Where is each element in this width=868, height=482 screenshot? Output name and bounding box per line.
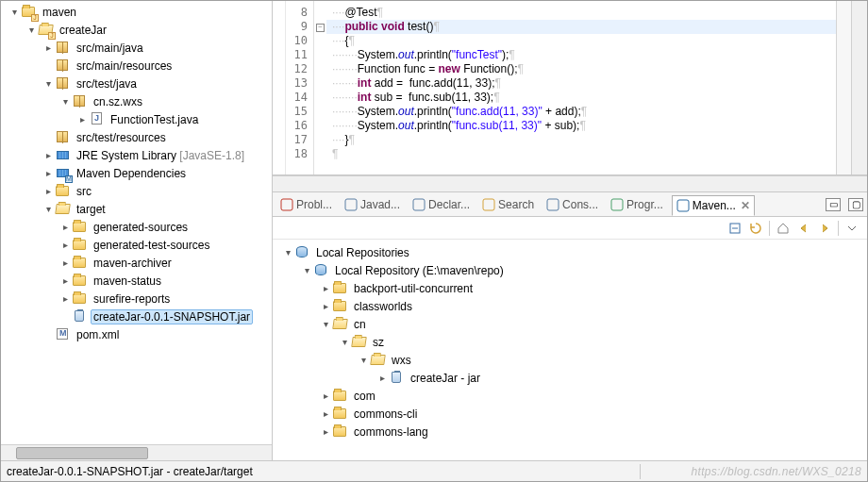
tree-item[interactable]: src/main/resources bbox=[1, 57, 272, 75]
code-area[interactable]: ····@Test¶····public void test()¶····{¶·… bbox=[326, 1, 836, 175]
forward-button[interactable] bbox=[817, 221, 832, 236]
refresh-button[interactable] bbox=[748, 221, 763, 236]
folder-icon bbox=[333, 281, 348, 296]
maximize-button[interactable]: ▢ bbox=[848, 198, 863, 211]
expand-twisty[interactable]: ▾ bbox=[299, 265, 314, 275]
tree-item[interactable]: src/test/resources bbox=[1, 128, 272, 146]
tab-progr[interactable]: Progr... bbox=[607, 194, 667, 215]
tree-item[interactable]: ▾JcreateJar bbox=[1, 21, 272, 39]
tab-cons[interactable]: Cons... bbox=[542, 194, 602, 215]
code-editor[interactable]: 89101112131415161718 − ····@Test¶····pub… bbox=[273, 1, 867, 175]
tree-item[interactable]: ▸MMaven Dependencies bbox=[1, 164, 272, 182]
folder-open-icon bbox=[352, 335, 367, 350]
expand-twisty[interactable]: ▸ bbox=[75, 114, 90, 125]
db-icon bbox=[314, 263, 329, 278]
expand-twisty[interactable]: ▸ bbox=[41, 150, 56, 160]
tree-label: generated-sources bbox=[91, 220, 191, 235]
folder-icon bbox=[73, 238, 88, 253]
tree-item[interactable]: ▸JRE System Library [JavaSE-1.8] bbox=[1, 146, 272, 164]
minimize-button[interactable]: ▭ bbox=[826, 198, 841, 211]
svg-rect-2 bbox=[413, 199, 425, 210]
expand-twisty[interactable]: ▾ bbox=[41, 78, 56, 89]
expand-twisty[interactable]: ▾ bbox=[356, 355, 371, 365]
tree-item[interactable]: ▸generated-sources bbox=[1, 218, 272, 236]
tree-item[interactable]: ▸src bbox=[1, 182, 272, 200]
tree-item[interactable]: ▸generated-test-sources bbox=[1, 236, 272, 254]
tab-maven[interactable]: Maven...✕ bbox=[672, 195, 755, 216]
expand-twisty[interactable]: ▾ bbox=[337, 337, 352, 347]
editor-hscroll[interactable] bbox=[273, 175, 867, 191]
tree-item[interactable]: ▾target bbox=[1, 200, 272, 218]
close-icon[interactable]: ✕ bbox=[741, 199, 750, 212]
db-icon bbox=[295, 245, 310, 260]
tree-item[interactable]: ▾cn.sz.wxs bbox=[1, 92, 272, 110]
repo-tree-item[interactable]: ▸backport-util-concurrent bbox=[273, 279, 867, 297]
expand-twisty[interactable]: ▾ bbox=[280, 247, 295, 258]
tree-item[interactable]: ▸maven-status bbox=[1, 272, 272, 290]
tab-label: Cons... bbox=[562, 198, 598, 211]
separator bbox=[838, 221, 839, 236]
folder-icon bbox=[333, 424, 348, 440]
tab-probl[interactable]: Probl... bbox=[276, 194, 336, 215]
back-button[interactable] bbox=[796, 221, 811, 236]
tab-search[interactable]: Search bbox=[478, 194, 538, 215]
home-button[interactable] bbox=[776, 221, 791, 236]
expand-twisty[interactable]: ▾ bbox=[7, 7, 22, 17]
repo-tree-item[interactable]: ▸commons-cli bbox=[273, 405, 867, 423]
progr-icon bbox=[610, 198, 624, 211]
maven-repositories-tree[interactable]: ▾Local Repositories▾Local Repository (E:… bbox=[273, 240, 867, 460]
expand-twisty[interactable]: ▸ bbox=[318, 426, 333, 437]
project-tree[interactable]: ▾Jmaven▾JcreateJar▸src/main/javasrc/main… bbox=[1, 1, 272, 444]
expand-twisty[interactable]: ▸ bbox=[41, 42, 56, 53]
expand-twisty[interactable]: ▸ bbox=[41, 168, 56, 178]
menu-button[interactable] bbox=[844, 221, 860, 236]
expand-twisty[interactable]: ▸ bbox=[318, 301, 333, 311]
tree-item[interactable]: ▸src/main/java bbox=[1, 39, 272, 57]
breakpoint-ruler[interactable] bbox=[273, 1, 286, 175]
expand-twisty[interactable]: ▾ bbox=[41, 204, 56, 214]
tree-item[interactable]: ▾Jmaven bbox=[1, 3, 272, 21]
tree-item[interactable]: ▸maven-archiver bbox=[1, 254, 272, 272]
repo-tree-item[interactable]: ▸commons-lang bbox=[273, 423, 867, 440]
tree-item[interactable]: ▸FunctionTest.java bbox=[1, 110, 272, 128]
search-icon bbox=[482, 198, 495, 211]
repo-tree-item[interactable]: ▾Local Repository (E:\maven\repo) bbox=[273, 261, 867, 279]
repo-tree-item[interactable]: ▸com bbox=[273, 387, 867, 405]
tab-declar[interactable]: Declar... bbox=[409, 194, 474, 215]
repo-tree-item[interactable]: ▾cn bbox=[273, 315, 867, 333]
expand-twisty[interactable]: ▾ bbox=[318, 319, 333, 329]
fold-ruler[interactable]: − bbox=[314, 1, 326, 175]
expand-twisty[interactable]: ▸ bbox=[318, 408, 333, 419]
expand-twisty[interactable]: ▾ bbox=[58, 96, 73, 107]
expand-twisty[interactable]: ▸ bbox=[318, 391, 333, 401]
repo-tree-item[interactable]: ▾wxs bbox=[273, 351, 867, 369]
repo-tree-item[interactable]: ▾Local Repositories bbox=[273, 243, 867, 261]
editor-vscroll[interactable] bbox=[851, 1, 867, 175]
expand-twisty[interactable]: ▸ bbox=[375, 373, 390, 383]
tree-label: FunctionTest.java bbox=[108, 112, 201, 127]
maven-view-toolbar bbox=[273, 217, 867, 240]
repo-tree-item[interactable]: ▸createJar - jar bbox=[273, 369, 867, 387]
tree-item[interactable]: pom.xml bbox=[1, 325, 272, 343]
expand-twisty[interactable]: ▸ bbox=[58, 240, 73, 250]
svg-rect-3 bbox=[483, 199, 494, 210]
tree-item[interactable]: createJar-0.0.1-SNAPSHOT.jar bbox=[1, 307, 272, 325]
expand-twisty[interactable]: ▸ bbox=[58, 222, 73, 232]
tree-item[interactable]: ▾src/test/java bbox=[1, 75, 272, 92]
expand-twisty[interactable]: ▸ bbox=[41, 186, 56, 196]
tab-javad[interactable]: Javad... bbox=[341, 194, 404, 215]
tree-item[interactable]: ▸surefire-reports bbox=[1, 290, 272, 307]
expand-twisty[interactable]: ▾ bbox=[24, 25, 39, 35]
repo-tree-item[interactable]: ▸classworlds bbox=[273, 297, 867, 315]
overview-ruler[interactable] bbox=[836, 1, 851, 175]
expand-twisty[interactable]: ▸ bbox=[58, 293, 73, 304]
expand-twisty[interactable]: ▸ bbox=[58, 258, 73, 268]
java-icon bbox=[90, 112, 105, 127]
expand-twisty[interactable]: ▸ bbox=[318, 283, 333, 293]
tree-hscroll[interactable] bbox=[1, 444, 272, 460]
tab-label: Probl... bbox=[296, 198, 332, 211]
expand-twisty[interactable]: ▸ bbox=[58, 275, 73, 286]
collapse-button[interactable] bbox=[727, 221, 743, 236]
repo-tree-item[interactable]: ▾sz bbox=[273, 333, 867, 351]
status-text: createJar-0.0.1-SNAPSHOT.jar - createJar… bbox=[7, 465, 253, 478]
